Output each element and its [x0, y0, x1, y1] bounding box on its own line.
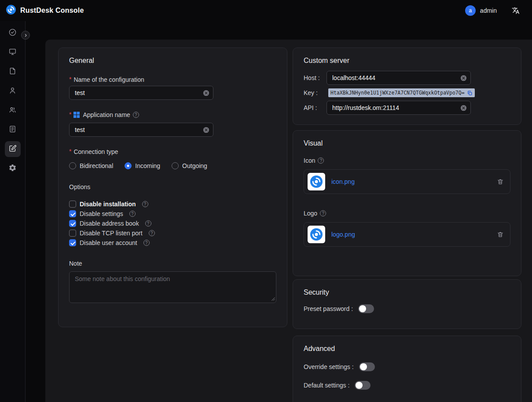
help-icon[interactable] [142, 201, 148, 207]
default-settings-row: Default settings : [304, 381, 510, 390]
config-name-input[interactable] [69, 86, 213, 100]
note-textarea[interactable] [69, 271, 276, 303]
connection-type-radio-group: Bidirectional Incoming Outgoing [69, 162, 276, 169]
logbook-icon [8, 125, 17, 135]
option-label: Disable installation [80, 201, 136, 208]
logo-label: Logo [304, 210, 510, 217]
radio-label: Outgoing [182, 162, 207, 169]
key-label: Key : [304, 89, 327, 96]
default-settings-label: Default settings : [304, 382, 349, 389]
visual-card: Visual Icon icon.png Logo [293, 130, 521, 276]
option-disable-user-account[interactable]: Disable user account [69, 238, 276, 248]
preset-password-row: Preset password : [304, 304, 510, 313]
override-settings-row: Override settings : [304, 362, 510, 371]
sidebar-item-users[interactable] [5, 83, 21, 99]
sidebar-item-custom-client[interactable] [5, 141, 21, 157]
copy-icon[interactable] [467, 90, 473, 96]
general-card-title: General [69, 57, 276, 65]
user-icon [8, 86, 17, 96]
clear-icon[interactable] [460, 75, 467, 81]
host-label: Host : [304, 74, 327, 81]
options-label: Options [69, 183, 276, 190]
advanced-title: Advanced [304, 345, 510, 353]
api-input[interactable] [327, 101, 471, 115]
radio-icon[interactable] [69, 162, 76, 169]
logo-file-box: logo.png [304, 222, 510, 247]
option-label: Disable settings [80, 210, 123, 217]
radio-icon[interactable] [172, 162, 179, 169]
connection-type-label-text: Connection type [73, 148, 118, 155]
security-card: Security Preset password : [293, 279, 521, 329]
sidebar-item-settings[interactable] [5, 161, 21, 176]
sidebar-item-groups[interactable] [5, 102, 21, 118]
clear-icon[interactable] [460, 105, 467, 111]
option-disable-address-book[interactable]: Disable address book [69, 219, 276, 228]
key-row: Key : HtaXBkJNHyn0e1U1jWXze7A7CN7QTGWqxk… [304, 88, 510, 97]
resize-handle-icon[interactable] [271, 295, 275, 303]
security-title: Security [304, 289, 510, 296]
host-row: Host : [304, 71, 510, 85]
logo-filename-link[interactable]: logo.png [331, 231, 355, 238]
checkbox-checked-icon[interactable] [69, 210, 76, 217]
windows-icon [73, 112, 80, 118]
document-icon [8, 67, 17, 77]
radio-icon-selected[interactable] [125, 162, 132, 169]
api-row: API : [304, 101, 510, 115]
checkbox-icon[interactable] [69, 201, 76, 208]
help-icon[interactable] [320, 210, 326, 216]
help-icon[interactable] [318, 157, 324, 164]
rustdesk-logo-icon [6, 5, 16, 16]
checkbox-icon[interactable] [69, 230, 76, 237]
clear-icon[interactable] [203, 90, 209, 96]
radio-bidirectional[interactable]: Bidirectional [69, 162, 113, 169]
sidebar-item-devices[interactable] [5, 44, 21, 60]
trash-icon[interactable] [497, 231, 504, 238]
icon-thumbnail [308, 173, 325, 190]
icon-filename-link[interactable]: icon.png [331, 178, 355, 185]
config-name-label-text: Name of the configuration [73, 76, 144, 83]
radio-outgoing[interactable]: Outgoing [172, 162, 207, 169]
custom-server-title: Custom server [304, 57, 510, 65]
user-avatar[interactable]: a [465, 5, 476, 16]
edit-square-icon [8, 144, 17, 154]
option-disable-installation[interactable]: Disable installation [69, 199, 276, 209]
help-icon[interactable] [145, 220, 151, 227]
users-icon [8, 106, 17, 116]
sidebar-item-status[interactable] [5, 25, 21, 41]
app-name-label-text: Application name [83, 111, 130, 118]
option-disable-tcp-listen-port[interactable]: Disable TCP listen port [69, 228, 276, 238]
app-name-label: Application name [69, 111, 276, 118]
preset-password-toggle[interactable] [358, 304, 374, 313]
default-settings-toggle[interactable] [355, 381, 371, 390]
checkbox-checked-icon[interactable] [69, 239, 76, 246]
trash-icon[interactable] [497, 178, 504, 185]
override-settings-toggle[interactable] [359, 362, 375, 371]
radio-incoming[interactable]: Incoming [125, 162, 160, 169]
sidebar-collapse-button[interactable] [21, 31, 30, 40]
key-value: HtaXBkJNHyn0e1U1jWXze7A7CN7QTGWqxkOtpaVp… [330, 90, 465, 96]
sidebar-item-audit-log[interactable] [5, 122, 21, 138]
app-name-input[interactable] [69, 123, 213, 137]
sidebar-item-documents[interactable] [5, 64, 21, 80]
help-icon[interactable] [129, 211, 136, 217]
help-icon[interactable] [149, 230, 155, 236]
icon-label-text: Icon [304, 157, 315, 164]
option-label: Disable user account [80, 239, 137, 246]
checkbox-checked-icon[interactable] [69, 220, 76, 227]
options-checkbox-list: Disable installation Disable settings Di… [69, 199, 276, 248]
key-value-chip: HtaXBkJNHyn0e1U1jWXze7A7CN7QTGWqxkOtpaVp… [328, 88, 475, 97]
advanced-card: Advanced Override settings : Default set… [293, 336, 521, 402]
host-input[interactable] [327, 71, 471, 85]
help-icon[interactable] [143, 240, 150, 246]
chevron-right-icon [24, 31, 28, 39]
clear-icon[interactable] [203, 127, 209, 133]
note-label: Note [69, 260, 276, 267]
connection-type-label: Connection type [69, 148, 276, 155]
logo-thumbnail [308, 226, 325, 243]
help-icon[interactable] [133, 112, 139, 118]
option-disable-settings[interactable]: Disable settings [69, 209, 276, 219]
translate-icon[interactable] [512, 7, 520, 15]
option-label: Disable address book [80, 220, 139, 227]
icon-label: Icon [304, 157, 510, 164]
user-name[interactable]: admin [480, 7, 497, 14]
